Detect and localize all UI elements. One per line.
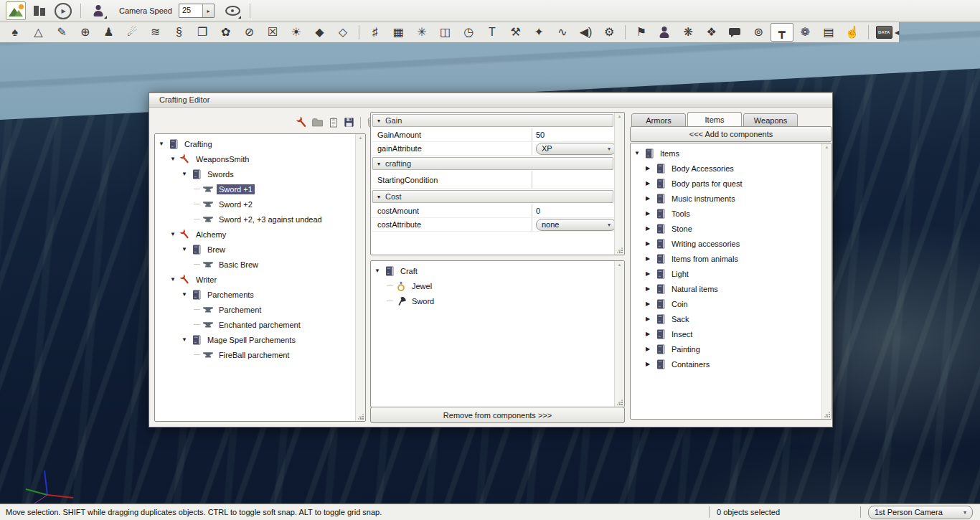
- section-header-gain[interactable]: ▾ Gain: [372, 114, 613, 127]
- hammer-tool-icon[interactable]: ⚒: [504, 23, 527, 42]
- expander-icon[interactable]: [386, 285, 395, 286]
- expander-icon[interactable]: ▶: [646, 301, 655, 307]
- tree-item[interactable]: ▼ WeaponsSmith: [155, 151, 356, 166]
- expander-icon[interactable]: [193, 219, 202, 219]
- timer-icon[interactable]: ◷: [457, 23, 480, 42]
- expander-icon[interactable]: ▶: [646, 285, 655, 292]
- gain-attribute-dropdown[interactable]: XP ▾: [536, 143, 616, 155]
- tab-armors[interactable]: Armors: [631, 113, 686, 127]
- tree-item[interactable]: ▼ Mage Spell Parchements: [155, 332, 356, 347]
- expander-icon[interactable]: [193, 309, 202, 310]
- tshirt-icon[interactable]: T: [481, 23, 504, 42]
- award-icon[interactable]: ❁: [794, 23, 817, 42]
- coins-icon[interactable]: ⊚: [747, 23, 770, 42]
- save-icon[interactable]: [342, 115, 356, 129]
- tree-item[interactable]: Basic Brew: [155, 257, 356, 272]
- tree-item[interactable]: Jewel: [371, 278, 615, 293]
- expander-icon[interactable]: ▼: [182, 291, 191, 298]
- expander-icon[interactable]: ▼: [170, 231, 179, 237]
- stepper-arrow-icon[interactable]: ▸: [202, 4, 214, 17]
- expander-icon[interactable]: ▼: [170, 276, 179, 283]
- expander-icon[interactable]: ▶: [646, 255, 655, 262]
- pulse-icon[interactable]: ∿: [551, 23, 574, 42]
- expander-icon[interactable]: [193, 324, 202, 325]
- bug-icon[interactable]: ❋: [677, 23, 699, 42]
- separator[interactable]: [625, 25, 626, 39]
- resize-grip[interactable]: [616, 247, 623, 253]
- separator[interactable]: [359, 25, 359, 39]
- expander-icon[interactable]: [193, 354, 202, 355]
- tab-items[interactable]: Items: [687, 112, 742, 127]
- leaf-tool-icon[interactable]: ✿: [215, 23, 237, 42]
- tree-item[interactable]: ▶ Stone: [631, 221, 822, 236]
- road-tool-icon[interactable]: §: [168, 23, 191, 42]
- sun-light-icon[interactable]: ☀: [285, 23, 308, 42]
- expander-icon[interactable]: [193, 264, 202, 265]
- scroll-up-icon[interactable]: ▲: [618, 263, 622, 267]
- dialog-bubble-icon[interactable]: [724, 23, 747, 42]
- tree-item[interactable]: ▶ Body parts for quest: [631, 176, 822, 191]
- tab-weapons[interactable]: Weapons: [743, 113, 798, 127]
- tree-item[interactable]: FireBall parchement: [155, 347, 356, 362]
- expander-icon[interactable]: ▶: [646, 316, 655, 322]
- expander-icon[interactable]: ▼: [182, 246, 191, 252]
- tree-item[interactable]: ▶ Containers: [631, 356, 822, 372]
- camera-speed-value[interactable]: 25: [179, 4, 202, 17]
- expander-icon[interactable]: ▶: [646, 225, 655, 232]
- expander-icon[interactable]: ▶: [646, 195, 655, 202]
- separator[interactable]: [868, 25, 869, 39]
- tree-item[interactable]: ▶ Tools: [631, 206, 822, 221]
- mountain-tool-icon[interactable]: △: [27, 23, 50, 42]
- globe-icon[interactable]: ⊕: [74, 23, 97, 42]
- expander-icon[interactable]: ▶: [646, 346, 655, 352]
- scrollbar[interactable]: ▲ ▼: [614, 261, 624, 407]
- expander-icon[interactable]: [193, 189, 202, 189]
- play-button[interactable]: ▶: [53, 1, 73, 20]
- data-button[interactable]: DATA: [872, 23, 895, 42]
- tree-item[interactable]: Sword +2: [155, 197, 356, 212]
- gears-settings-icon[interactable]: ⚙: [598, 23, 621, 42]
- tree-item[interactable]: ▼ Swords: [155, 166, 356, 181]
- scrollbar[interactable]: ▲ ▼: [614, 113, 624, 255]
- tree-item[interactable]: Sword +2, +3 against undead: [155, 212, 356, 227]
- open-folder-icon[interactable]: [311, 115, 324, 129]
- avatar-mode-button[interactable]: [88, 1, 108, 20]
- expander-icon[interactable]: ▶: [646, 240, 655, 247]
- scroll-up-icon[interactable]: ▲: [618, 114, 622, 118]
- expander-icon[interactable]: ▶: [646, 361, 655, 367]
- tree-item[interactable]: ▼ Writer: [155, 272, 356, 287]
- camera-speed-stepper[interactable]: 25 ▸: [179, 4, 215, 18]
- tree-item[interactable]: ▶ Sack: [631, 311, 822, 326]
- tree-item[interactable]: ▶ Items from animals: [631, 251, 822, 266]
- paste-document-icon[interactable]: [326, 115, 340, 129]
- scene-view-icon[interactable]: [6, 1, 26, 20]
- trees-tool-icon[interactable]: ♠: [4, 23, 27, 42]
- tree-item[interactable]: ▼ Alchemy: [155, 227, 356, 242]
- tree-item[interactable]: ▶ Writing accessories: [631, 236, 822, 251]
- expander-icon[interactable]: [193, 204, 202, 204]
- tree-item[interactable]: Sword: [371, 293, 615, 308]
- tree-item[interactable]: ▶ Painting: [631, 341, 822, 356]
- comet-tool-icon[interactable]: ☄: [121, 23, 143, 42]
- selection-box-icon[interactable]: ☒: [261, 23, 284, 42]
- stamp-tool-icon[interactable]: ♟: [98, 23, 121, 42]
- expander-icon[interactable]: ▶: [646, 165, 655, 171]
- expander-icon[interactable]: ▶: [646, 210, 655, 217]
- layout-panels-icon[interactable]: [29, 1, 50, 20]
- tree-item[interactable]: ▼ Crafting: [155, 136, 356, 151]
- remove-from-components-button[interactable]: Remove from components >>>: [370, 407, 625, 423]
- add-to-components-button[interactable]: <<< Add to components: [630, 126, 832, 142]
- cube-wire-icon[interactable]: ◇: [331, 23, 354, 42]
- expander-icon[interactable]: [386, 301, 395, 301]
- flag-icon[interactable]: ⚑: [630, 23, 653, 42]
- crafting-anvil-icon[interactable]: ┳: [771, 23, 793, 42]
- tree-item[interactable]: Sword +1: [155, 181, 356, 197]
- camera-mode-dropdown[interactable]: 1st Person Camera ▾: [868, 506, 973, 519]
- sound-icon[interactable]: ◀): [575, 23, 598, 42]
- tree-item[interactable]: ▶ Natural items: [631, 281, 822, 296]
- thumbs-up-icon[interactable]: ☝: [841, 23, 864, 42]
- expander-icon[interactable]: ▶: [646, 180, 655, 186]
- window-titlebar[interactable]: Crafting Editor: [149, 93, 832, 108]
- toolbar-collapse-arrow[interactable]: ◀: [895, 29, 899, 36]
- tree-item[interactable]: ▼ Brew: [155, 242, 356, 257]
